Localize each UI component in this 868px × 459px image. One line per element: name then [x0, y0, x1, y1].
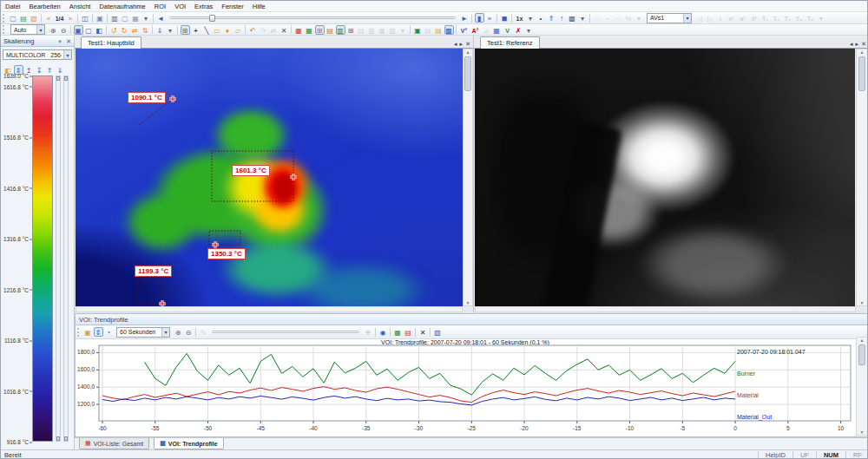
open-folder-icon[interactable]: ▧ [30, 13, 39, 23]
tab-hauptbild[interactable]: Test1: Hauptbild [81, 36, 141, 49]
chevron-down-icon[interactable]: ▾ [36, 25, 44, 34]
reference-vertical-scrollbar[interactable]: ▲▼ [856, 49, 868, 306]
timeline-slider-thumb[interactable] [209, 15, 215, 22]
flip-vertical-icon[interactable]: ⇅ [141, 25, 150, 35]
autoscale-y-icon[interactable]: ⇕ [94, 327, 103, 337]
scale-min-thumb[interactable] [64, 436, 68, 441]
roi-add2-icon[interactable]: ⊞ [346, 25, 356, 35]
undo-roi-icon[interactable]: ↶ [248, 25, 258, 35]
show-points-icon[interactable]: ◉ [378, 327, 388, 337]
zoom-in-icon[interactable]: ⊕ [49, 25, 58, 35]
draw-line-icon[interactable]: ╲ [202, 25, 212, 35]
tab-next-icon[interactable]: ▸ [460, 41, 464, 48]
pause-icon[interactable]: ▮ [475, 13, 484, 23]
zoom-out-icon[interactable]: ⊖ [59, 25, 69, 35]
draw-rect-icon[interactable]: ▭ [213, 25, 222, 35]
temperature-label[interactable]: 1199.3 °C [135, 266, 172, 277]
roi-table-icon[interactable]: ▦ [294, 25, 304, 35]
tab-prev-icon[interactable]: ◂ [454, 41, 457, 48]
chevron-down-icon[interactable]: ▾ [63, 50, 71, 59]
tab-next-icon[interactable]: ▸ [856, 41, 859, 48]
range-forward-icon[interactable]: » [66, 13, 76, 23]
add-roi-icon[interactable]: ⊞ [181, 25, 190, 35]
jump-up-icon[interactable]: ⇑ [547, 13, 556, 23]
menu-item-roi[interactable]: ROI [150, 3, 170, 10]
temperature-label[interactable]: 1090.1 °C [128, 92, 166, 103]
roi-copy-icon[interactable]: ▤ [326, 25, 335, 35]
scrollbar-thumb[interactable] [858, 56, 865, 91]
range-label[interactable]: 1/4 [55, 13, 65, 23]
tab-voi-liste[interactable]: ▦ VOI-Liste: Gesamt [79, 438, 149, 449]
voi-green-icon[interactable]: ▣ [413, 25, 423, 35]
roi-add-table-icon[interactable]: ▦ [305, 25, 314, 35]
menu-item-voi[interactable]: VOI [170, 3, 190, 10]
zoom-time-out-icon[interactable]: ⊖ [184, 327, 194, 337]
scale-max-slider[interactable] [56, 75, 61, 442]
snapshot-more-icon[interactable]: ▾ [141, 13, 151, 23]
tab-close-icon[interactable]: ✕ [465, 41, 470, 48]
tab-voi-trendprofile[interactable]: ▩ VOI: Trendprofile [154, 438, 223, 449]
new-document-icon[interactable]: ▢ [9, 13, 18, 23]
clear-chart-icon[interactable]: ✕ [418, 327, 428, 337]
manual-lower-icon[interactable]: ↧ [35, 65, 44, 75]
send-down-icon[interactable]: ⇓ [155, 25, 165, 35]
menu-item-ansicht[interactable]: Ansicht [65, 3, 95, 10]
roi-paste-icon[interactable]: ▥ [336, 25, 345, 35]
scale-max-thumb[interactable] [56, 76, 60, 81]
report-icon[interactable]: ▤ [19, 13, 29, 23]
record-dot-icon[interactable]: • [536, 13, 546, 23]
tab-close-icon[interactable]: ✕ [861, 41, 866, 48]
snapshot-icon[interactable]: ▦ [131, 13, 141, 23]
draw-ellipse-icon[interactable]: ● [223, 25, 233, 35]
pin-icon[interactable]: ⌖ [58, 38, 62, 44]
rotate-right-icon[interactable]: ↻ [120, 25, 129, 35]
main-horizontal-scrollbar[interactable] [76, 306, 463, 312]
expand-range-icon[interactable]: ⇑ [45, 65, 55, 75]
reference-image[interactable] [475, 49, 855, 306]
speed-label[interactable]: 1x [515, 13, 525, 23]
jump-top-icon[interactable]: ↑ [557, 13, 567, 23]
export-page-icon[interactable]: ▢ [121, 13, 130, 23]
table-view-icon[interactable]: ▦ [393, 327, 403, 337]
tab-referenz[interactable]: Test1: Referenz [480, 36, 540, 49]
step-back-icon[interactable]: ◄ [156, 13, 166, 23]
camera-more-icon[interactable]: ▾ [578, 13, 588, 23]
menu-item-hilfe[interactable]: Hilfe [248, 3, 270, 10]
check-green-icon[interactable]: V [503, 25, 513, 35]
send-down-more-icon[interactable]: ▾ [166, 25, 175, 35]
trend-chart[interactable]: -60-55-50-45-40-35-30-25-20-15-10-505101… [76, 338, 854, 437]
speed-dropdown-icon[interactable]: ▾ [526, 13, 536, 23]
actual-size-icon[interactable]: ▢ [84, 25, 94, 35]
palette-combo[interactable]: MULTICOLOR 256 ▾ [3, 49, 72, 60]
copy-settings-icon[interactable]: ▣ [83, 327, 93, 337]
avs-combo[interactable]: AVs1 ▾ [647, 13, 692, 23]
menu-item-datei[interactable]: Datei [1, 3, 25, 10]
close-icon[interactable]: ✕ [66, 38, 71, 44]
scale-min-upper-thumb[interactable] [64, 76, 68, 81]
remove-red-icon[interactable]: ✗ [514, 25, 523, 35]
camera-settings-icon[interactable]: ▩ [568, 13, 577, 23]
trend-zoom-slider[interactable] [212, 329, 359, 336]
scaling-mode-combo[interactable]: Auto ▾ [10, 24, 45, 35]
stop-icon[interactable]: ◼ [500, 13, 510, 23]
voltage-icon[interactable]: V° [459, 25, 470, 35]
play-icon[interactable]: ► [460, 13, 470, 23]
print-icon[interactable]: ▥ [110, 13, 120, 23]
flip-horizontal-icon[interactable]: ⇄ [130, 25, 140, 35]
roi-import-icon[interactable]: ⊞ [315, 25, 325, 35]
reference-horizontal-scrollbar[interactable] [475, 306, 856, 312]
voi-more2-icon[interactable]: ▾ [524, 25, 534, 35]
voi-chart-icon[interactable]: ▩ [444, 25, 454, 35]
tab-prev-icon[interactable]: ◂ [850, 41, 853, 48]
export-data-icon[interactable]: ▤ [404, 327, 413, 337]
timeline-slider[interactable] [169, 15, 456, 22]
full-screen-icon[interactable]: ◧ [95, 25, 104, 35]
temperature-label[interactable]: 1350.3 °C [207, 248, 246, 259]
menu-item-fenster[interactable]: Fenster [217, 3, 247, 10]
draw-point-icon[interactable]: + [191, 25, 201, 35]
shrink-range-icon[interactable]: ⇓ [56, 65, 65, 75]
thermal-image[interactable]: 1090.1 °C1601.3 °C1350.3 °C1199.3 °C [76, 49, 463, 306]
draw-polygon-icon[interactable]: ▱ [233, 25, 243, 35]
fast-forward-icon[interactable]: » [485, 13, 495, 23]
zoom-time-in-icon[interactable]: ⊕ [174, 327, 183, 337]
